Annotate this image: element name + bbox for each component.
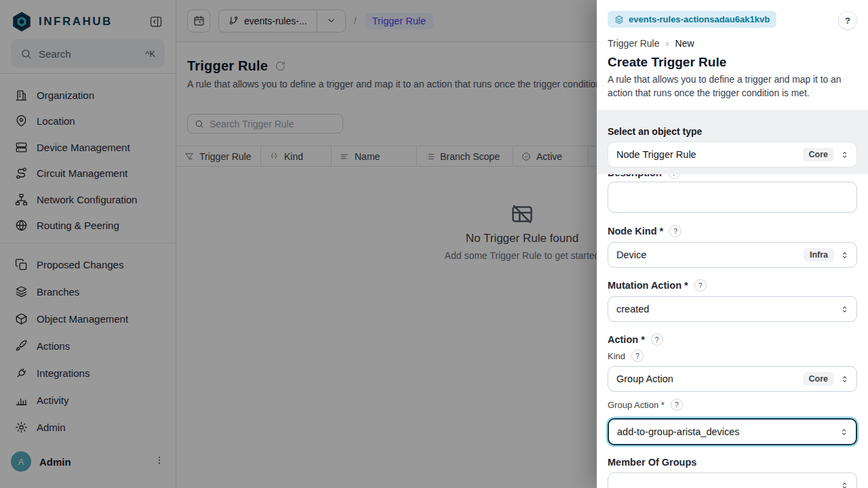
select-value: created [616,304,834,314]
description-field-label: Description ? [608,174,857,179]
create-trigger-rule-panel: events-rules-actionsadau6ak1kvb ? Trigge… [597,0,868,488]
chevrons-up-down-icon [840,250,850,260]
field-label: Node Kind * [608,226,663,237]
field-label: Group Action * [608,400,665,410]
help-icon[interactable]: ? [669,225,682,237]
action-field-label: Action * ? [608,333,857,346]
field-label: Kind [608,351,625,361]
namespace-badge: Core [803,372,834,386]
node-kind-select[interactable]: Device Infra [608,242,857,268]
field-label: Mutation Action * [608,280,688,291]
select-value: add-to-group-arista_devices [617,426,833,437]
chevrons-up-down-icon [839,427,849,437]
field-label: Description [608,174,662,178]
object-type-section: Select an object type Node Trigger Rule … [597,110,868,174]
object-type-label: Select an object type [608,126,857,137]
breadcrumb-parent[interactable]: Trigger Rule [608,38,660,49]
namespace-badge: Infra [804,248,834,262]
group-action-select[interactable]: add-to-group-arista_devices [608,418,857,445]
chevrons-up-down-icon [840,374,850,384]
select-value: Group Action [616,373,797,384]
help-icon[interactable]: ? [668,174,680,179]
app-root: INFRAHUB Search ^K Organization Locatio [0,0,868,488]
group-action-field-label: Group Action * ? [608,399,857,411]
kind-select[interactable]: Group Action Core [608,366,857,392]
field-label: Action * [608,334,645,345]
kind-field-label: Kind ? [608,350,857,362]
panel-title: Create Trigger Rule [608,55,857,70]
panel-description: A rule that allows you to define a trigg… [608,73,857,100]
help-icon[interactable]: ? [631,350,644,362]
mutation-action-field-label: Mutation Action * ? [608,279,857,291]
create-form: Description ? Node Kind * ? Device Infra… [597,174,868,488]
chevrons-up-down-icon [840,304,850,314]
panel-breadcrumb: Trigger Rule › New [608,37,857,49]
branch-badge-label: events-rules-actionsadau6ak1kvb [629,14,770,24]
node-kind-field-label: Node Kind * ? [608,225,857,237]
help-icon[interactable]: ? [694,279,707,291]
branch-badge: events-rules-actionsadau6ak1kvb [608,11,776,28]
namespace-badge: Core [803,148,834,161]
member-of-groups-select[interactable] [608,472,857,488]
layers-icon [614,15,624,24]
help-button[interactable]: ? [838,11,857,30]
modal-dim-overlay[interactable] [0,0,597,488]
help-icon[interactable]: ? [651,333,663,346]
object-type-select[interactable]: Node Trigger Rule Core [608,142,857,167]
chevrons-up-down-icon [840,481,850,488]
description-input[interactable] [608,182,857,213]
chevron-right-icon: › [666,37,669,49]
select-value: Node Trigger Rule [616,149,797,160]
member-of-groups-field-label: Member Of Groups [608,457,857,468]
mutation-action-select[interactable]: created [608,296,857,322]
chevrons-up-down-icon [840,150,850,160]
help-icon[interactable]: ? [671,399,683,411]
breadcrumb-current: New [675,38,694,49]
panel-header: events-rules-actionsadau6ak1kvb ? Trigge… [597,0,868,110]
field-label: Member Of Groups [608,457,696,468]
select-value: Device [616,249,798,260]
